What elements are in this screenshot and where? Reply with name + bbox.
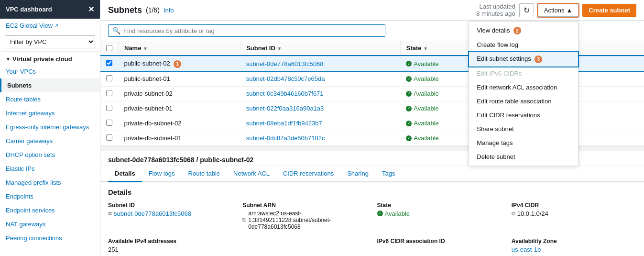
row-checkbox[interactable] <box>106 120 112 126</box>
field-ipv4-cidr-value: ⧉ 10.0.1.0/24 <box>512 210 636 217</box>
sort-subnet-id-icon[interactable]: ▼ <box>277 46 282 51</box>
row-checkbox[interactable] <box>106 134 112 141</box>
tab-network-acl[interactable]: Network ACL <box>227 166 276 182</box>
sidebar-item-endpoint-services[interactable]: Endpoint services <box>0 203 100 217</box>
sidebar-title: VPC dashboard <box>6 6 52 13</box>
dropdown-item-delete-subnet[interactable]: Delete subnet <box>469 150 578 164</box>
field-subnet-id-label: Subnet ID <box>108 202 233 209</box>
copy-icon-subnet-id[interactable]: ⧉ <box>108 211 112 217</box>
dropdown-item-view-details[interactable]: View details 2 <box>469 23 578 38</box>
close-icon[interactable]: ✕ <box>88 5 94 14</box>
subnet-id-link[interactable]: subnet-08eba1df1fb9423b7 <box>246 120 322 127</box>
select-all-col <box>100 41 119 56</box>
sidebar-item-dhcp[interactable]: DHCP option sets <box>0 148 100 162</box>
refresh-button[interactable]: ↻ <box>519 3 534 17</box>
chevron-up-icon: ▲ <box>566 7 572 14</box>
dropdown-item-edit-route-table[interactable]: Edit route table association <box>469 94 578 108</box>
tab-flow-logs[interactable]: Flow logs <box>142 166 182 182</box>
sidebar-item-subnets[interactable]: Subnets <box>0 78 100 92</box>
field-state-value: ✓ Available <box>377 210 502 217</box>
dropdown-item-edit-cidr[interactable]: Edit CIDR reservations <box>469 108 578 122</box>
detail-area: subnet-0de778a6013fc5068 / public-subnet… <box>100 151 644 256</box>
row-name: public-subnet-02 1 <box>119 56 240 71</box>
select-all-checkbox[interactable] <box>106 45 112 51</box>
actions-button[interactable]: Actions ▲ <box>538 4 579 17</box>
subnet-id-link[interactable]: subnet-0de778a6013fc5068 <box>246 60 324 67</box>
row-state: ✓ Available <box>400 71 479 86</box>
sort-name-icon[interactable]: ▼ <box>143 46 148 51</box>
actions-dropdown: View details 2 Create flow log Edit subn… <box>469 21 579 166</box>
info-link[interactable]: Info <box>164 7 174 14</box>
dropdown-item-manage-tags[interactable]: Manage tags <box>469 136 578 150</box>
field-empty <box>242 238 367 253</box>
row-subnet-id: subnet-0dc87a3de50b7182c <box>240 131 401 145</box>
dropdown-item-share-subnet[interactable]: Share subnet <box>469 122 578 136</box>
status-icon: ✓ <box>406 121 412 126</box>
sidebar-item-peering[interactable]: Peering connections <box>0 231 100 245</box>
sidebar-filter-section: Filter by VPC <box>0 33 100 52</box>
sidebar-item-your-vpcs[interactable]: Your VPCs <box>0 65 100 78</box>
field-az-value: us-east-1b <box>512 246 636 253</box>
subnet-id-link[interactable]: subnet-022f0aa316a90a1a3 <box>246 105 324 112</box>
tab-route-table[interactable]: Route table <box>182 166 227 182</box>
sidebar-item-endpoints[interactable]: Endpoints <box>0 189 100 203</box>
tab-tags[interactable]: Tags <box>375 166 402 182</box>
field-subnet-id-value: ⧉ subnet-0de778a6013fc5068 <box>108 210 233 217</box>
sort-state-icon[interactable]: ▼ <box>423 46 428 51</box>
top-bar: Subnets (1/6) Info Last updated 8 minute… <box>100 0 644 21</box>
dropdown-item-edit-subnet-settings[interactable]: Edit subnet settings 3 <box>469 52 578 67</box>
external-link-icon: ↗ <box>55 23 58 28</box>
filter-by-vpc-select[interactable]: Filter by VPC <box>5 35 95 48</box>
row-name: private-subnet-01 <box>119 101 240 116</box>
dropdown-item-edit-acl[interactable]: Edit network ACL association <box>469 80 578 94</box>
tab-cidr-reservations[interactable]: CIDR reservations <box>276 166 340 182</box>
field-ipv6-cidr-assoc: IPv6 CIDR association ID <box>377 238 502 253</box>
sidebar-item-ec2-global[interactable]: EC2 Global View ↗ <box>0 19 100 33</box>
field-subnet-arn-value: ⧉ arn:aws:ec2:us-east-1:381492111228:sub… <box>242 210 367 230</box>
sidebar-item-nat-gateways[interactable]: NAT gateways <box>0 217 100 231</box>
annotation-3: 3 <box>535 56 542 63</box>
field-available-ipv4-value: 251 <box>108 246 233 253</box>
row-checkbox[interactable] <box>106 60 112 66</box>
status-icon: ✓ <box>406 91 412 97</box>
detail-tabs: Details Flow logs Route table Network AC… <box>100 166 644 182</box>
state-status-icon: ✓ <box>377 211 383 216</box>
status-icon: ✓ <box>406 106 412 111</box>
row-name: private-db-subnet-02 <box>119 116 240 131</box>
main-content: Subnets (1/6) Info Last updated 8 minute… <box>100 0 644 256</box>
tab-sharing[interactable]: Sharing <box>340 166 375 182</box>
detail-content: Details Subnet ID ⧉ subnet-0de778a6013fc… <box>100 182 644 256</box>
dropdown-item-create-flow-log[interactable]: Create flow log <box>469 38 578 52</box>
row-state: ✓ Available <box>400 86 479 101</box>
copy-icon-cidr[interactable]: ⧉ <box>512 211 515 217</box>
field-subnet-arn: Subnet ARN ⧉ arn:aws:ec2:us-east-1:38149… <box>242 202 367 230</box>
sidebar-item-carrier-gateways[interactable]: Carrier gateways <box>0 134 100 148</box>
field-available-ipv4: Available IPv4 addresses 251 <box>108 238 233 253</box>
create-subnet-button[interactable]: Create subnet <box>582 4 636 17</box>
sidebar-item-elastic-ips[interactable]: Elastic IPs <box>0 162 100 176</box>
row-state: ✓ Available <box>400 131 479 145</box>
row-checkbox[interactable] <box>106 90 112 96</box>
row-checkbox[interactable] <box>106 105 112 111</box>
col-state: State ▼ <box>400 41 479 56</box>
sidebar-item-route-tables[interactable]: Route tables <box>0 92 100 106</box>
subnet-count: (1/6) <box>146 6 160 14</box>
sidebar-section-vpc: ▼ Virtual private cloud <box>0 52 100 65</box>
row-checkbox-cell <box>100 86 119 101</box>
search-input[interactable] <box>123 27 381 34</box>
row-state: ✓ Available <box>400 116 479 131</box>
subnet-id-link[interactable]: subnet-0c349b46160b7f671 <box>246 90 324 97</box>
copy-icon-arn[interactable]: ⧉ <box>242 217 246 223</box>
field-subnet-id: Subnet ID ⧉ subnet-0de778a6013fc5068 <box>108 202 233 230</box>
sidebar-item-egress-gateways[interactable]: Egress-only internet gateways <box>0 120 100 134</box>
expand-icon: ▼ <box>6 56 11 62</box>
row-subnet-id: subnet-0de778a6013fc5068 <box>240 56 401 71</box>
sidebar-item-internet-gateways[interactable]: Internet gateways <box>0 106 100 120</box>
tab-details[interactable]: Details <box>108 166 142 182</box>
subnet-id-link[interactable]: subnet-02db478c50c7e65da <box>246 75 325 82</box>
row-checkbox-cell <box>100 56 119 71</box>
subnet-id-link[interactable]: subnet-0dc87a3de50b7182c <box>246 134 325 142</box>
last-updated: Last updated 8 minutes ago <box>476 3 515 17</box>
sidebar-item-prefix-lists[interactable]: Managed prefix lists <box>0 176 100 189</box>
row-checkbox[interactable] <box>106 75 112 81</box>
